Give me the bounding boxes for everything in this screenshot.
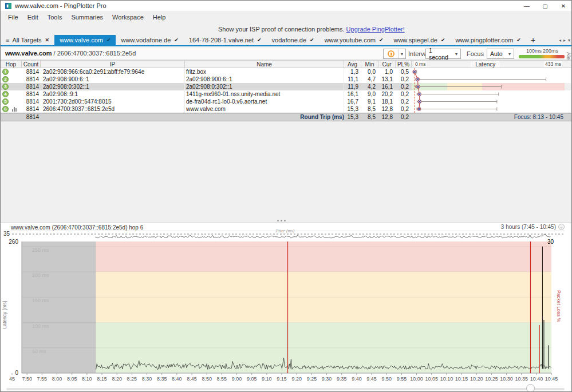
tab-scroll-right-icon[interactable]: ▸	[563, 38, 566, 43]
target-host: www.valve.com	[5, 50, 52, 57]
name-cell: 2a02:908:900:6::1	[185, 76, 344, 83]
svg-text:8:55: 8:55	[217, 376, 227, 382]
avg-cell: 11,1	[344, 76, 361, 83]
hop-number-badge: 2	[2, 76, 9, 82]
chevron-down-icon: ▾	[455, 52, 457, 57]
upgrade-link[interactable]: Upgrade PingPlotter!	[346, 26, 405, 33]
svg-text:9:50: 9:50	[381, 376, 392, 382]
round-trip-count: 8814	[22, 114, 41, 120]
timeline-graph-icon	[12, 107, 17, 112]
round-trip-pl: 0,2	[396, 113, 412, 121]
header-min[interactable]: Min	[361, 61, 378, 68]
min-cell: 4,2	[361, 83, 378, 90]
pause-menu-arrow-icon[interactable]: ▾	[399, 49, 405, 58]
svg-text:50 ms: 50 ms	[32, 349, 46, 354]
hop-number-badge: 5	[2, 98, 9, 105]
menu-edit[interactable]: Edit	[23, 12, 43, 22]
close-button[interactable]: ✕	[554, 1, 572, 11]
focus-label: Focus	[467, 50, 484, 57]
packet-loss-cell: 0,2	[396, 83, 412, 90]
header-cur[interactable]: Cur	[378, 61, 396, 68]
tracing-check-icon: ✔	[516, 37, 521, 43]
name-cell: 1411g-mx960-01.nss.unity-media.net	[185, 90, 344, 98]
header-count[interactable]: Count	[22, 61, 41, 68]
tab-more-icon[interactable]: ▾	[568, 38, 570, 43]
svg-text:10:20: 10:20	[470, 376, 483, 382]
svg-text:10:30: 10:30	[500, 376, 513, 382]
hop-cell: 4	[1, 90, 22, 98]
tracing-check-icon: ✔	[441, 37, 445, 43]
round-trip-avg: 15,3	[344, 113, 361, 121]
svg-text:7:50: 7:50	[22, 376, 32, 382]
svg-text:8:20: 8:20	[112, 376, 122, 382]
timeline-scrollbar-track[interactable]	[6, 388, 565, 390]
tab-www.spiegel.de[interactable]: www.spiegel.de✔	[388, 35, 450, 45]
menu-workspace[interactable]: Workspace	[108, 12, 148, 22]
target-address-line: www.valve.com / 2606:4700:3037::6815:2e5…	[5, 50, 136, 57]
menu-summaries[interactable]: Summaries	[66, 12, 108, 22]
packet-loss-cell: 0,5	[396, 68, 412, 76]
ip-cell: 2a02:908:900:6::1	[41, 76, 185, 83]
count-cell: 8814	[22, 76, 41, 83]
ip-cell: 2a02:908:966:6ca0:2e91:abff:fe79:964e	[41, 68, 185, 76]
count-cell: 8814	[22, 105, 41, 113]
tab-164-78-208-1.valve.net[interactable]: 164-78-208-1.valve.net✔	[184, 35, 267, 45]
packet-loss-cell: 0,2	[396, 76, 412, 83]
svg-text:9:25: 9:25	[307, 376, 317, 382]
timeline-graph-panel: www.valve.com (2606:4700:3037::6815:2e5d…	[1, 223, 572, 392]
tracing-check-icon: ✔	[379, 37, 384, 43]
timeline-scrollbar-knob[interactable]	[526, 384, 535, 392]
latency-scale-200ms-label: 200ms	[543, 48, 558, 54]
cur-cell: 13,1	[378, 76, 396, 83]
svg-text:8:50: 8:50	[202, 376, 212, 382]
tab-www.vodafone.de[interactable]: www.vodafone.de✔	[116, 35, 183, 45]
name-cell: de-fra04d-rc1-lo0-0.v6.aorta.net	[185, 98, 344, 105]
minimize-button[interactable]: —	[518, 1, 536, 11]
add-target-tab-button[interactable]: +	[526, 35, 540, 45]
ip-cell: 2a02:908::9:1	[41, 90, 185, 98]
svg-text:30: 30	[547, 239, 554, 245]
name-cell: www.valve.com	[185, 105, 344, 113]
timeline-graph[interactable]: 250 ms200 ms150 ms100 ms50 ms457:507:558…	[1, 223, 572, 392]
round-trip-row: 8814 Round Trip (ms) 15,3 8,5 12,8 0,2 F…	[1, 113, 572, 121]
svg-text:10:05: 10:05	[425, 376, 438, 382]
close-icon[interactable]: ✕	[45, 37, 50, 43]
packet-loss-cell: 0,2	[396, 90, 412, 98]
pause-icon[interactable]	[384, 49, 399, 58]
pane-splitter-handle[interactable]	[277, 220, 286, 221]
svg-text:200 ms: 200 ms	[32, 272, 49, 278]
tab-scroll-left-icon[interactable]: ◂	[559, 38, 561, 43]
focus-range-label: Focus: 8:13 - 10:45	[514, 114, 563, 120]
packet-loss-cell: 0,2	[396, 105, 412, 113]
tab-all-targets[interactable]: ≡ All Targets ✕	[1, 35, 54, 45]
tab-www.youtube.com[interactable]: www.youtube.com✔	[319, 35, 389, 45]
header-hop[interactable]: Hop	[1, 61, 22, 68]
menu-file[interactable]: File	[3, 12, 23, 22]
menu-help[interactable]: Help	[148, 12, 171, 22]
svg-text:9:20: 9:20	[291, 376, 302, 382]
target-address: / 2606:4700:3037::6815:2e5d	[52, 50, 136, 57]
tab-www.valve.com[interactable]: www.valve.com✔	[54, 35, 116, 45]
target-toolbar: www.valve.com / 2606:4700:3037::6815:2e5…	[1, 47, 572, 60]
hop-cell: 3	[1, 83, 22, 90]
hop-number-badge: 1	[2, 69, 9, 75]
header-latency[interactable]: 0 ms Latency 433 ms	[412, 61, 565, 68]
focus-select[interactable]: Auto▾	[487, 49, 514, 59]
header-ip[interactable]: IP	[41, 61, 185, 68]
menu-tools[interactable]: Tools	[43, 12, 67, 22]
pause-trace-button[interactable]: ▾	[383, 49, 406, 59]
tab-label: www.pingplotter.com	[455, 37, 513, 43]
header-name[interactable]: Name	[185, 61, 344, 68]
svg-text:0: 0	[15, 370, 18, 376]
svg-text:9:35: 9:35	[337, 376, 347, 382]
header-avg[interactable]: Avg	[344, 61, 361, 68]
trace-table-header: Hop Count IP Name Avg Min Cur PL% 0 ms L…	[1, 60, 572, 68]
tab-vodafone.de[interactable]: vodafone.de✔	[267, 35, 319, 45]
tab-label: www.vodafone.de	[121, 37, 171, 43]
hop-number-badge: 4	[2, 91, 9, 97]
interval-select[interactable]: 1 second▾	[425, 49, 461, 59]
tab-www.pingplotter.com[interactable]: www.pingplotter.com✔	[450, 35, 526, 45]
header-pl[interactable]: PL%	[396, 61, 412, 68]
title-bar: www.valve.com - PingPlotter Pro — ▢ ✕	[1, 1, 572, 11]
maximize-button[interactable]: ▢	[536, 1, 554, 11]
